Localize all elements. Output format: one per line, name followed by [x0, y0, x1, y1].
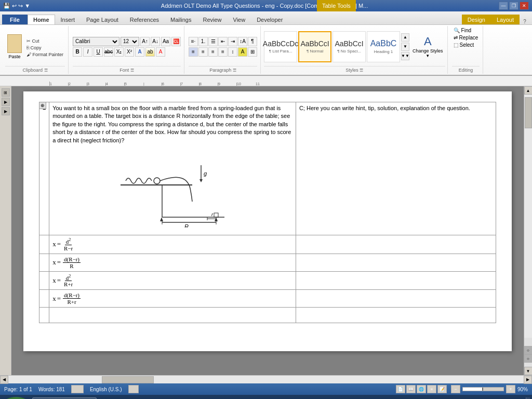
multilevel-list-button[interactable]: ☰: [208, 37, 218, 46]
sort-button[interactable]: ↕A: [238, 37, 247, 46]
font-color-button[interactable]: A: [156, 47, 165, 57]
formula-row-1-answer[interactable]: [296, 235, 496, 254]
window-controls[interactable]: — ❐ ✕: [499, 2, 529, 10]
tab-review[interactable]: Review: [197, 15, 227, 24]
highlight-button[interactable]: ab: [145, 47, 155, 57]
scroll-page-down[interactable]: ○: [524, 354, 533, 363]
styles-scroll-down[interactable]: ▼: [401, 43, 409, 51]
cut-button[interactable]: ✂ Cut: [25, 38, 65, 44]
numbering-button[interactable]: 1.: [198, 37, 208, 46]
show-formatting-button[interactable]: ¶: [248, 37, 257, 46]
underline-button[interactable]: U: [94, 47, 103, 57]
h-scroll-thumb[interactable]: [102, 376, 154, 383]
tab-view[interactable]: View: [228, 15, 251, 24]
justify-button[interactable]: ≡: [218, 47, 228, 57]
tab-file[interactable]: File: [2, 15, 28, 24]
left-tool-3[interactable]: ▶: [2, 107, 10, 115]
clear-format-button[interactable]: 🆑: [171, 37, 181, 46]
bold-button[interactable]: B: [73, 47, 82, 57]
formula-cell-5[interactable]: [49, 308, 296, 323]
minimize-button[interactable]: —: [499, 2, 508, 10]
zoom-out-button[interactable]: −: [451, 385, 460, 393]
bullets-button[interactable]: ≡·: [189, 37, 198, 46]
answer-cell-1[interactable]: C; Here you can write hint, tip, solutio…: [296, 102, 496, 235]
formula-cell-4[interactable]: x = d(R−r) R+r: [49, 290, 296, 308]
formula-row-2-answer[interactable]: [296, 254, 496, 271]
shading-button[interactable]: A: [238, 47, 247, 57]
align-left-button[interactable]: ≡: [189, 47, 198, 57]
font-family-select[interactable]: Calibri: [73, 37, 119, 46]
superscript-button[interactable]: X²: [125, 47, 134, 57]
zoom-slider[interactable]: [462, 387, 504, 391]
find-button[interactable]: 🔍 Find: [452, 27, 480, 34]
question-cell-1[interactable]: You want to hit a small box on the floor…: [49, 102, 296, 235]
replace-button[interactable]: ⇌ Replace: [452, 34, 480, 41]
horizontal-scrollbar[interactable]: ◀ ▶: [0, 375, 532, 383]
style-normal[interactable]: AaBbCcI ¶ Normal: [298, 31, 331, 62]
tab-insert[interactable]: Insert: [55, 15, 81, 24]
style-heading1[interactable]: AaBbC Heading 1: [367, 31, 400, 62]
align-right-button[interactable]: ≡: [208, 47, 218, 57]
scroll-right-button[interactable]: ▶: [524, 376, 532, 384]
scroll-left-button[interactable]: ◀: [0, 376, 8, 384]
strikethrough-button[interactable]: abc: [104, 47, 113, 57]
tab-page-layout[interactable]: Page Layout: [81, 15, 124, 24]
document-page[interactable]: ⊕ 1 You want to hit a small box on the f…: [23, 91, 512, 351]
print-layout-btn[interactable]: 📄: [396, 385, 405, 393]
tab-references[interactable]: References: [124, 15, 165, 24]
doc-scroll-area[interactable]: ⊕ 1 You want to hit a small box on the f…: [11, 86, 524, 375]
outline-btn[interactable]: ≡: [427, 385, 436, 393]
line-spacing-button[interactable]: ↕: [228, 47, 237, 57]
formula-cell-3[interactable]: x = d2 R+r: [49, 271, 296, 290]
formula-cell-1[interactable]: x = d2 R−r: [49, 235, 296, 254]
maximize-button[interactable]: ❐: [509, 2, 518, 10]
zoom-in-button[interactable]: +: [506, 385, 515, 393]
select-button[interactable]: ⬚ Select: [452, 42, 480, 48]
text-effects-button[interactable]: A: [135, 47, 144, 57]
web-layout-btn[interactable]: 🌐: [417, 385, 426, 393]
zoom-controls[interactable]: − + 90%: [451, 385, 528, 393]
tab-mailings[interactable]: Mailings: [165, 15, 197, 24]
full-reading-btn[interactable]: 📖: [406, 385, 416, 393]
formula-row-5-answer[interactable]: [296, 308, 496, 323]
formula-cell-2[interactable]: x = d(R−r) R: [49, 254, 296, 271]
scroll-page-up[interactable]: ○: [524, 346, 533, 354]
borders-button[interactable]: ⊞: [248, 47, 257, 57]
align-center-button[interactable]: ≡: [198, 47, 208, 57]
scroll-thumb[interactable]: [525, 97, 532, 128]
left-tool-1[interactable]: ⊞: [2, 88, 10, 97]
styles-expand[interactable]: ▼▼: [401, 52, 409, 60]
styles-scroll[interactable]: ▲ ▼ ▼▼: [401, 33, 409, 60]
paste-button[interactable]: Paste: [5, 33, 24, 60]
format-painter-button[interactable]: 🖌 Format Painter: [25, 51, 65, 58]
scroll-up-button[interactable]: ▲: [524, 86, 533, 95]
change-case-button[interactable]: Aа: [161, 37, 170, 46]
increase-indent-button[interactable]: ⇥: [228, 37, 237, 46]
copy-button[interactable]: ⎘ Copy: [25, 45, 65, 51]
style-list-para[interactable]: AaBbCcDc ¶ List Para...: [264, 31, 297, 62]
tab-home[interactable]: Home: [28, 15, 55, 24]
change-styles-button[interactable]: A Change Styles ▼: [410, 34, 445, 59]
decrease-indent-button[interactable]: ⇤: [218, 37, 228, 46]
left-tool-2[interactable]: ▶: [2, 98, 10, 106]
font-size-select[interactable]: 12: [121, 37, 139, 46]
tab-table-tools-design[interactable]: Design: [462, 15, 491, 24]
formula-row-4-answer[interactable]: [296, 290, 496, 308]
scroll-down-button[interactable]: ▼: [524, 367, 533, 375]
draft-btn[interactable]: 📝: [437, 385, 447, 393]
scroll-track[interactable]: [524, 95, 532, 338]
spell-check-icon[interactable]: [71, 385, 84, 393]
italic-button[interactable]: I: [83, 47, 92, 57]
h-scroll-track[interactable]: [8, 376, 524, 383]
right-scrollbar[interactable]: ▲ ○ ○ ▼: [524, 86, 532, 375]
table-move-handle[interactable]: ⊕: [39, 102, 46, 109]
close-button[interactable]: ✕: [520, 2, 529, 10]
tab-developer[interactable]: Developer: [251, 15, 288, 24]
styles-scroll-up[interactable]: ▲: [401, 33, 409, 42]
subscript-button[interactable]: X₂: [114, 47, 124, 57]
view-buttons[interactable]: 📄 📖 🌐 ≡ 📝: [396, 385, 447, 393]
formula-row-3-answer[interactable]: [296, 271, 496, 290]
tab-table-tools-layout[interactable]: Layout: [491, 15, 520, 24]
document-view-icon[interactable]: [128, 385, 139, 393]
style-no-spacing[interactable]: AaBbCcI ¶ No Spaci...: [332, 31, 366, 62]
